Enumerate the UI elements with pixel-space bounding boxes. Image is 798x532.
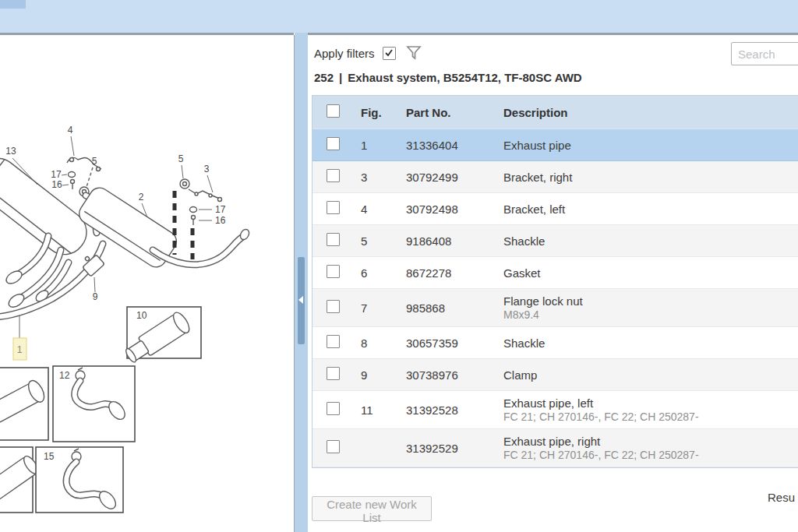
row-checkbox[interactable] [327, 402, 340, 415]
cell-part-no: 30792498 [406, 203, 503, 216]
row-checkbox[interactable] [327, 169, 340, 182]
table-row[interactable]: 6 8672278 Gasket [312, 257, 798, 289]
results-label: Resu [768, 491, 795, 504]
table-row[interactable]: 8 30657359 Shackle [312, 327, 798, 359]
cell-description: Exhaust pipe, right FC 21; CH 270146-, F… [503, 429, 798, 467]
create-work-list-button[interactable]: Create new Work List [312, 496, 432, 521]
callout-2[interactable]: 2 [139, 192, 144, 203]
cell-fig: 3 [361, 171, 406, 184]
cell-part-no: 31392528 [406, 403, 503, 417]
table-row[interactable]: 4 30792498 Bracket, left [312, 193, 798, 225]
top-bar-corner-accent [0, 0, 26, 9]
table-row[interactable]: 11 31392528 Exhaust pipe, left FC 21; CH… [312, 391, 798, 429]
row-checkbox[interactable] [327, 201, 340, 214]
section-number: 252 [314, 71, 334, 84]
callout-17-left[interactable]: 17 [51, 169, 62, 180]
right-bolt [192, 216, 196, 226]
apply-filters-checkbox[interactable] [383, 47, 396, 60]
splitter-handle[interactable] [298, 257, 305, 344]
row-checkbox[interactable] [327, 265, 340, 278]
table-row[interactable]: 7 985868 Flange lock nut M8x9.4 [312, 289, 798, 327]
apply-filters-label: Apply filters [314, 47, 375, 60]
cell-description: Bracket, left [503, 197, 798, 221]
header-part-no: Part No. [406, 106, 503, 119]
header-description: Description [503, 106, 798, 119]
inset-box-10[interactable]: 10 [122, 307, 201, 367]
cell-fig: 4 [361, 203, 406, 216]
collapse-left-icon[interactable] [298, 296, 303, 304]
left-bolt [71, 180, 75, 190]
svg-text:1: 1 [17, 344, 23, 355]
svg-text:12: 12 [59, 370, 70, 381]
cell-fig: 11 [361, 403, 406, 417]
panel-splitter[interactable] [295, 33, 308, 532]
parts-table-body: 1 31336404 Exhaust pipe 3 30792499 Brack… [312, 129, 798, 467]
cell-fig: 5 [361, 234, 406, 248]
cell-fig: 7 [361, 301, 406, 315]
row-checkbox[interactable] [327, 367, 340, 380]
inset-box-bottom-cut[interactable] [0, 447, 41, 513]
cell-fig: 9 [361, 368, 406, 382]
cell-part-no: 31392529 [406, 442, 503, 455]
table-row[interactable]: 9 30738976 Clamp [312, 359, 798, 391]
table-row[interactable]: 31392529 Exhaust pipe, right FC 21; CH 2… [312, 429, 798, 467]
parts-table: Fig. Part No. Description 1 31336404 Exh… [312, 95, 798, 468]
cell-part-no: 30738976 [406, 368, 503, 382]
row-checkbox[interactable] [327, 300, 340, 313]
cell-description: Gasket [503, 261, 798, 285]
select-all-checkbox[interactable] [327, 104, 340, 118]
cell-fig: 1 [361, 139, 406, 152]
row-checkbox[interactable] [327, 440, 340, 453]
cell-part-no: 30792499 [406, 171, 503, 184]
right-nut [190, 207, 197, 213]
cell-description: Shackle [503, 229, 798, 253]
callout-9[interactable]: 9 [93, 291, 98, 302]
callout-5-left[interactable]: 5 [92, 156, 97, 167]
exhaust-diagram: 13 4 17 16 5 2 [0, 35, 294, 532]
cell-description: Exhaust pipe [503, 133, 798, 157]
cell-description: Exhaust pipe, left FC 21; CH 270146-, FC… [503, 391, 798, 428]
callout-16-left[interactable]: 16 [51, 179, 62, 190]
table-row[interactable]: 1 31336404 Exhaust pipe [312, 129, 798, 161]
row-checkbox[interactable] [327, 233, 340, 246]
title-separator: | [339, 71, 342, 84]
callout-17-right[interactable]: 17 [215, 204, 226, 215]
right-bracket [189, 189, 222, 202]
table-header-row: Fig. Part No. Description [312, 96, 798, 129]
left-nut [69, 172, 76, 178]
callout-16-right[interactable]: 16 [215, 215, 226, 226]
row-checkbox[interactable] [327, 335, 340, 348]
page-title: 252|Exhaust system, B5254T12, TF-80SC AW… [314, 71, 582, 84]
parts-panel: Apply filters 252|Exhaust system, B5254T… [308, 35, 798, 532]
callout-3[interactable]: 3 [204, 164, 210, 174]
filter-icon[interactable] [406, 46, 422, 60]
callout-5-right[interactable]: 5 [178, 153, 184, 164]
cell-fig: 6 [361, 266, 406, 280]
cell-description: Clamp [503, 363, 798, 387]
cell-part-no: 31336404 [406, 139, 503, 152]
cell-part-no: 985868 [406, 301, 503, 315]
cell-description: Bracket, right [503, 165, 798, 189]
section-name: Exhaust system, B5254T12, TF-80SC AWD [348, 71, 581, 84]
inset-box-15[interactable]: 15 [36, 447, 123, 513]
inset-box-12[interactable]: 12 [53, 366, 135, 442]
row-checkbox[interactable] [327, 137, 340, 150]
inset-box-left-cut[interactable] [0, 368, 48, 440]
table-row[interactable]: 3 30792499 Bracket, right [312, 161, 798, 193]
cell-fig: 8 [361, 336, 406, 350]
table-row[interactable]: 5 9186408 Shackle [312, 225, 798, 257]
svg-text:10: 10 [136, 310, 147, 321]
search-input[interactable] [731, 42, 798, 65]
cell-part-no: 30657359 [406, 336, 503, 350]
header-fig: Fig. [361, 106, 406, 119]
cell-description: Flange lock nut M8x9.4 [503, 289, 798, 326]
selected-callout-1[interactable]: 1 [13, 338, 26, 360]
cell-part-no: 9186408 [406, 234, 503, 248]
top-bar [0, 0, 798, 33]
callout-13[interactable]: 13 [5, 146, 16, 157]
checkmark-icon [384, 48, 394, 58]
cell-description: Shackle [503, 331, 798, 355]
svg-text:15: 15 [44, 451, 55, 462]
diagram-panel: 13 4 17 16 5 2 [0, 35, 295, 532]
callout-4[interactable]: 4 [68, 125, 73, 136]
